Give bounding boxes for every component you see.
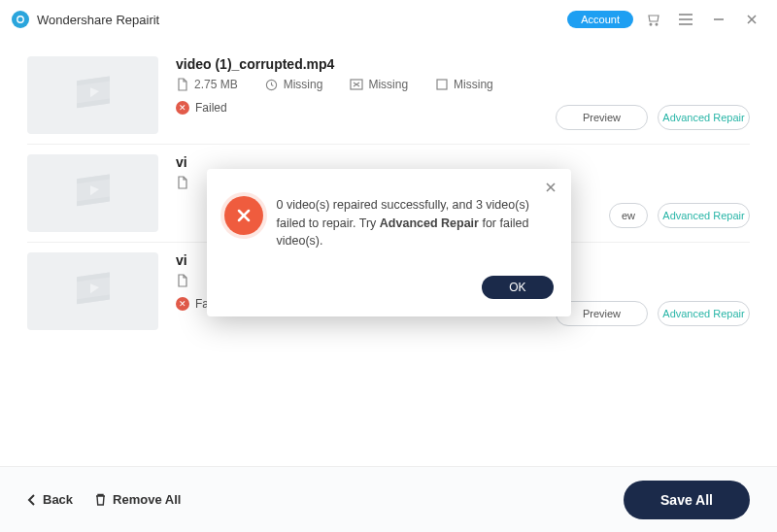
ok-button[interactable]: OK xyxy=(482,276,553,299)
back-button[interactable]: Back xyxy=(27,492,73,507)
remove-all-button[interactable]: Remove All xyxy=(94,492,181,507)
file-status-text: Failed xyxy=(195,101,227,115)
save-all-button[interactable]: Save All xyxy=(624,481,750,519)
cart-icon[interactable] xyxy=(639,6,666,33)
file-icon xyxy=(176,274,189,287)
advanced-repair-button[interactable]: Advanced Repair xyxy=(658,301,750,326)
app-logo-icon xyxy=(12,11,29,28)
account-button[interactable]: Account xyxy=(567,11,633,28)
app-title: Wondershare Repairit xyxy=(37,13,159,27)
repair-result-dialog: 0 video(s) repaired successfully, and 3 … xyxy=(207,169,571,316)
titlebar: Wondershare Repairit Account xyxy=(0,0,777,39)
back-label: Back xyxy=(43,492,73,507)
extra-icon xyxy=(435,78,449,91)
svg-point-2 xyxy=(656,23,658,25)
menu-icon[interactable] xyxy=(672,6,699,33)
file-meta: 2.75 MB Missing Missing Missing xyxy=(176,78,556,91)
clock-icon xyxy=(265,78,279,91)
dialog-message: 0 video(s) repaired successfully, and 3 … xyxy=(277,196,554,250)
close-icon[interactable] xyxy=(738,6,765,33)
failed-icon: ✕ xyxy=(176,101,189,115)
file-icon xyxy=(176,176,189,189)
file-thumbnail xyxy=(27,56,158,134)
remove-label: Remove All xyxy=(113,492,181,507)
resolution-icon xyxy=(350,78,363,91)
file-icon xyxy=(176,78,189,91)
minimize-icon[interactable] xyxy=(705,6,732,33)
file-extra: Missing xyxy=(454,78,493,91)
svg-point-0 xyxy=(17,17,23,22)
file-thumbnail xyxy=(27,252,158,330)
svg-rect-15 xyxy=(437,80,447,89)
file-name: vi xyxy=(176,154,609,170)
footer: Back Remove All Save All xyxy=(0,466,777,532)
file-row: video (1)_corrupted.mp4 2.75 MB Missing … xyxy=(27,47,750,145)
file-thumbnail xyxy=(27,154,158,232)
file-size: 2.75 MB xyxy=(194,78,238,91)
file-duration: Missing xyxy=(284,78,323,91)
dialog-text-bold: Advanced Repair xyxy=(380,216,479,230)
preview-button[interactable]: ew xyxy=(609,203,648,228)
error-icon xyxy=(224,196,263,235)
svg-point-1 xyxy=(650,23,652,25)
dialog-close-button[interactable] xyxy=(542,179,559,196)
file-status: ✕ Failed xyxy=(176,101,556,115)
file-resolution: Missing xyxy=(368,78,408,91)
failed-icon: ✕ xyxy=(176,297,189,311)
advanced-repair-button[interactable]: Advanced Repair xyxy=(658,203,750,228)
preview-button[interactable]: Preview xyxy=(556,105,648,130)
advanced-repair-button[interactable]: Advanced Repair xyxy=(658,105,750,130)
file-name: video (1)_corrupted.mp4 xyxy=(176,56,556,72)
